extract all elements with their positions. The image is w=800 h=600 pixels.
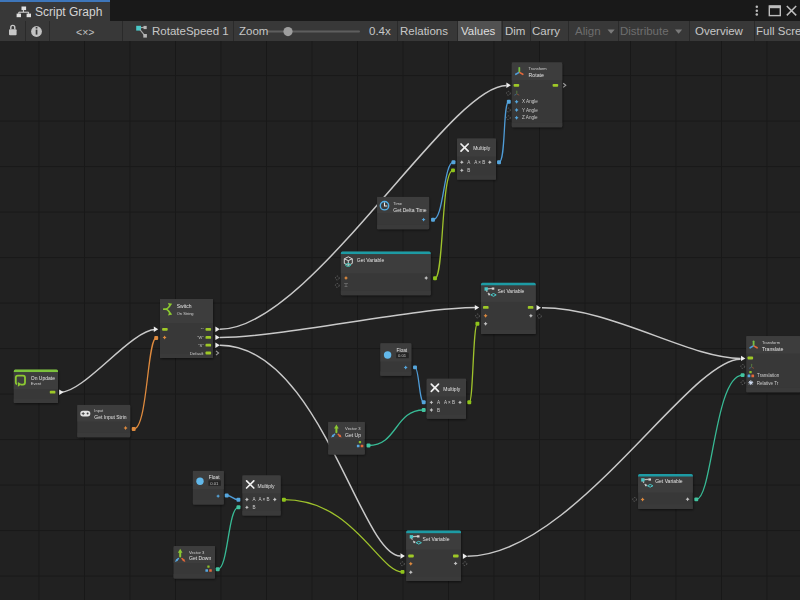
svg-text:<×>: <×> <box>76 26 94 38</box>
